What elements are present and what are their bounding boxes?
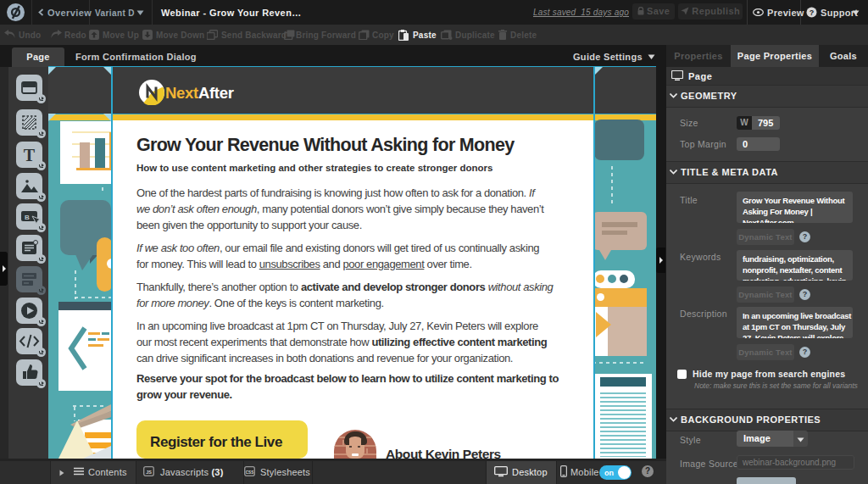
svg-text:T: T: [24, 146, 36, 164]
svg-text:B: B: [25, 214, 30, 221]
svg-text:CSS: CSS: [246, 470, 253, 475]
svg-text:JS: JS: [146, 470, 152, 475]
svg-text:?: ?: [810, 8, 815, 17]
